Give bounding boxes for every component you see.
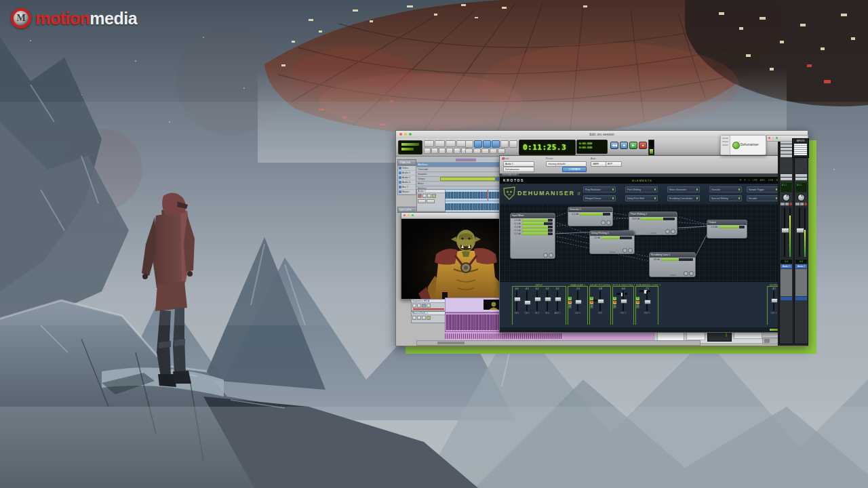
module-button-granular[interactable]: Granular [709,186,742,192]
output-fader[interactable]: -4.1OUT 1 [769,287,778,314]
module-button-pitch-shifting[interactable]: Pitch Shifting [625,186,658,192]
strip-name[interactable]: Audio 2 [795,264,807,268]
zoom-buttons[interactable] [424,148,468,154]
bypass-button[interactable]: BYP [606,161,622,167]
edit-mode-buttons[interactable] [424,140,467,147]
node-granular[interactable]: Granular 1 -1.2 db [568,207,613,226]
mixer-fader[interactable]: -7.5OUT 1 [642,287,652,314]
module-button-ring-modulator[interactable]: Ring Modulator [583,186,616,192]
record-button[interactable]: ● [639,142,647,149]
pan-knob[interactable] [783,194,790,201]
insert-selector[interactable]: Dehumaniser [503,167,534,172]
sends-slots[interactable] [795,174,808,182]
track-list-item[interactable]: Audio 1 [398,171,416,176]
node-slider[interactable] [719,226,745,228]
timeline-selection[interactable] [476,158,502,162]
rewind-button[interactable]: ◀◀ [610,142,618,149]
dehumaniser-mini-window[interactable]: Dehumaniser [720,135,766,155]
strip-name[interactable]: Audio 1 [781,264,792,268]
mix-zoom-button[interactable] [776,137,778,139]
mixer-fader[interactable]: -7.0OUT 1 [573,287,583,314]
node-slider[interactable] [522,232,553,235]
fader-cap[interactable] [796,228,804,233]
horizontal-scrollbar[interactable] [416,340,701,346]
node-slider[interactable] [522,222,553,225]
ruler-minsecs[interactable]: Min:Secs [416,163,505,167]
node-pitch-shifting[interactable]: Pitch Shifting 1 -10.6 db [629,211,677,235]
node-slider[interactable] [522,226,553,228]
strip-buttons[interactable] [795,203,808,205]
track-list-item[interactable]: Audio 2 [398,176,416,180]
mix-minimize-button[interactable] [772,137,774,139]
solo-mute-bypass-buttons[interactable]: SMB [590,297,593,308]
auto-safe-button[interactable]: SAFE [591,161,607,167]
sends-slots[interactable] [780,174,793,182]
io-assignment[interactable]: A 1-2 [781,182,792,192]
channel-fader[interactable] [795,206,807,259]
nudge-buttons[interactable] [465,148,505,154]
audio-waveform-lane[interactable] [445,201,506,213]
module-button-noise-generator[interactable]: Noise Generator [667,186,700,192]
node-slider[interactable] [580,213,610,216]
solo-mute-bypass-buttons[interactable]: SMB [636,297,639,308]
video-close-button[interactable] [403,214,406,216]
video-window-titlebar[interactable] [401,213,505,219]
module-button-flanger-chorus[interactable]: Flanger/Chorus [583,195,616,201]
mixer-fader[interactable]: 0.0CH 1 [512,287,521,314]
ruler-timecode[interactable]: Timecode [416,167,505,172]
video-track-buttons[interactable] [412,303,446,308]
module-button-vocoder[interactable]: Vocoder [747,195,779,201]
mixer-fader[interactable]: 0.2IN 4 [542,287,552,314]
mixer-fader[interactable]: 0.2AUX 1 [553,287,562,314]
mixer-fader[interactable]: -4.1CH 2 [522,287,532,314]
bounce-track-buttons[interactable] [412,315,446,321]
ruler-tempo[interactable]: Tempo [416,177,505,182]
module-button-delay-pitch-shift[interactable]: Delay Pitch Shift [625,195,658,201]
io-grid[interactable] [794,144,807,155]
tracks-panel-header[interactable]: TRACKS [397,159,416,165]
track-list-item[interactable]: Audio 3 [398,180,416,185]
audio-waveform-lane[interactable] [445,189,506,201]
track-list-item[interactable]: Video [398,166,416,171]
solo-mute-bypass-buttons[interactable]: SMB [568,297,572,308]
mixer-fader[interactable]: -6.0OUT 1 [618,287,628,314]
io-assignment[interactable]: A 1-2 [795,182,807,192]
edit-tool-buttons[interactable] [465,140,517,148]
track-buttons[interactable] [417,193,446,199]
module-button-sample-trigger[interactable]: Sample Trigger [747,186,779,192]
video-track-strip[interactable] [445,298,506,312]
video-minimize-button[interactable] [408,214,410,216]
node-slider[interactable] [661,258,693,261]
track-list-item[interactable]: Aux 1 [398,185,416,190]
node-slider[interactable] [641,218,675,220]
mixer-fader[interactable]: -5.8OUT [595,287,605,314]
node-input-mixer[interactable]: Input Mixer 0.0 db -4.1 db 0.2 db 0.2 db… [510,213,555,259]
module-button-spectral-shifting[interactable]: Spectral Shifting [709,195,742,201]
node-scrubbing[interactable]: Scrubbing Conv 1 -69 db [649,252,696,277]
node-delay-pitching[interactable]: Delay Pitching 1 -12 db [589,230,635,254]
tempo-region[interactable] [440,177,503,181]
channel-fader[interactable] [781,206,792,259]
solo-mute-bypass-buttons[interactable]: SMB [613,297,616,308]
play-button[interactable]: ▶ [629,142,637,149]
stop-button[interactable]: ■ [620,142,628,149]
node-slider[interactable] [522,229,553,232]
mixer-fader[interactable]: 0.2IN 3 [532,287,542,314]
node-slider[interactable] [601,237,632,239]
node-slider[interactable] [522,219,553,222]
module-button-scrubbing-convolution[interactable]: Scrubbing Convolution [667,195,700,201]
audio-waveform-purple[interactable] [445,312,506,332]
ruler-samples[interactable]: Samples [416,172,505,177]
video-zoom-button[interactable] [412,214,414,216]
strip-buttons[interactable] [780,203,793,205]
pan-knob[interactable] [797,194,805,201]
ruler-meter[interactable]: Meter [416,182,505,186]
node-output[interactable]: Output -2.6 db [707,220,747,239]
fader-cap[interactable] [781,228,789,233]
preset-selector[interactable]: <factory default> [546,161,587,167]
inserts-slots[interactable] [780,140,793,159]
mix-close-button[interactable] [768,137,770,139]
compare-button[interactable]: COMPARE [562,167,587,172]
track-selector[interactable]: Audio 1 [503,161,534,167]
track-list-item[interactable]: Master [398,190,416,195]
